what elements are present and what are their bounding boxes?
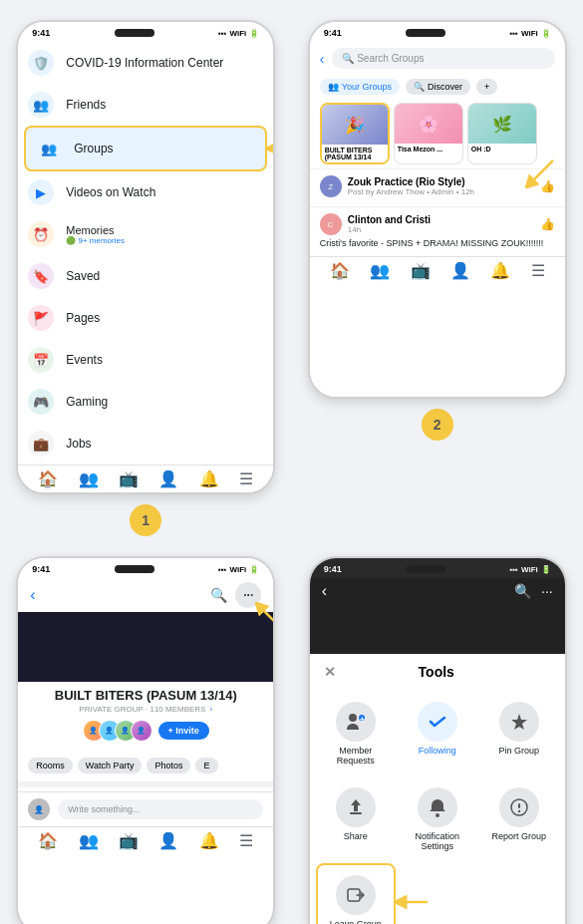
svg-point-7 [436, 813, 439, 817]
nav-video-icon[interactable]: 📺 [119, 469, 139, 488]
phone-3-more-button[interactable]: ··· [235, 582, 261, 608]
phone-1-status-bar: 9:41 ▪▪▪ WiFi 🔋 [18, 22, 273, 42]
nav3-bell-icon[interactable]: 🔔 [199, 831, 219, 850]
phone-1-number: 1 [130, 504, 161, 536]
tab-watch-party[interactable]: Watch Party [78, 758, 143, 773]
nav2-bell-icon[interactable]: 🔔 [490, 261, 510, 280]
phone-3-search-icon[interactable]: 🔍 [210, 587, 227, 603]
nav3-menu-icon[interactable]: ☰ [239, 831, 253, 850]
member-requests-icon: + [336, 702, 376, 742]
nav2-home-icon[interactable]: 🏠 [330, 261, 350, 280]
nav3-profile-icon[interactable]: 👤 [158, 831, 178, 850]
videos-icon: ▶ [28, 179, 54, 205]
filter-more[interactable]: + [476, 79, 497, 95]
phone-3-status-bar: 9:41 ▪▪▪WiFi🔋 [18, 558, 273, 578]
tool-following[interactable]: Following [398, 692, 477, 775]
filter-your-groups[interactable]: 👥 Your Groups [320, 79, 400, 95]
post-2-like[interactable]: 👍 [540, 217, 555, 231]
tab-photos[interactable]: Photos [146, 758, 190, 773]
menu-videos[interactable]: ▶ Videos on Watch [18, 171, 273, 213]
nav3-people-icon[interactable]: 👥 [79, 831, 99, 850]
tools-title: Tools [419, 664, 454, 680]
post-2-text: Cristi's favorite - SPINS + DRAMA! MISSI… [320, 238, 555, 250]
phone-3-top-bar: ‹ 🔍 ··· [18, 578, 273, 612]
menu-pages[interactable]: 🚩 Pages [18, 297, 273, 339]
menu-events-label: Events [66, 353, 103, 367]
phone-4-search-icon[interactable]: 🔍 [514, 583, 531, 599]
nav-profile-icon[interactable]: 👤 [158, 469, 178, 488]
phone-4-notch [406, 565, 445, 573]
phone-4: 9:41 ▪▪▪WiFi🔋 ‹ 🔍 ··· ✕ Too [308, 556, 567, 924]
menu-friends[interactable]: 👥 Friends [18, 84, 273, 126]
tool-report-group[interactable]: Report Group [479, 777, 559, 861]
tool-leave-group[interactable]: Leave Group [316, 863, 396, 924]
phone-2-notch [406, 29, 445, 37]
close-icon[interactable]: ✕ [324, 664, 336, 680]
report-group-label: Report Group [491, 831, 546, 841]
phone-3-divider [18, 781, 273, 787]
saved-icon: 🔖 [28, 263, 54, 289]
memories-icon: ⏰ [28, 221, 54, 247]
phone-4-more-icon[interactable]: ··· [541, 583, 553, 599]
jobs-icon: 💼 [28, 431, 54, 457]
menu-covid-label: COVID-19 Information Center [66, 56, 223, 70]
nav3-home-icon[interactable]: 🏠 [38, 831, 58, 850]
menu-memories[interactable]: ⏰ Memories 🟢 9+ memories [18, 213, 273, 255]
phone-2-nav: 🏠 👥 📺 👤 🔔 ☰ [310, 256, 565, 284]
post-1-meta: Post by Andrew Thow • Admin • 12h [348, 187, 474, 196]
nav3-video-icon[interactable]: 📺 [119, 831, 139, 850]
group-card-oh-label: OH :D [468, 144, 536, 154]
menu-events[interactable]: 📅 Events [18, 339, 273, 381]
nav-home-icon[interactable]: 🏠 [38, 469, 58, 488]
nav2-profile-icon[interactable]: 👤 [450, 261, 470, 280]
notification-settings-label: Notif­ication Settings [402, 831, 473, 851]
menu-covid[interactable]: 🛡️ COVID-19 Information Center [18, 42, 273, 84]
nav-bell-icon[interactable]: 🔔 [199, 469, 219, 488]
group-card-biters-img: 🎉 [322, 105, 388, 145]
menu-gaming[interactable]: 🎮 Gaming [18, 381, 273, 423]
covid-icon: 🛡️ [28, 50, 54, 76]
phone-4-cover [310, 604, 565, 654]
post-1-header: Z Zouk Practice (Rio Style) Post by Andr… [320, 175, 555, 197]
menu-saved[interactable]: 🔖 Saved [18, 255, 273, 297]
pin-group-label: Pin Group [498, 746, 539, 756]
group-card-biters[interactable]: 🎉 BUILT BITERS (PASUM 13/14 [320, 103, 390, 164]
invite-button[interactable]: + Invite [158, 722, 209, 740]
phone-4-dark-top: ‹ 🔍 ··· [310, 578, 565, 604]
phone-3-group-name: BUILT BITERS (PASUM 13/14) [28, 688, 263, 703]
phone-2-time: 9:41 [324, 28, 342, 38]
filter-discover[interactable]: 🔍 Discover [406, 79, 470, 95]
back-icon[interactable]: ‹ [320, 51, 325, 67]
avatar-4: 👤 [131, 720, 152, 742]
nav-people-icon[interactable]: 👥 [79, 469, 99, 488]
tab-rooms[interactable]: Rooms [28, 758, 73, 773]
phone-3-group-info: BUILT BITERS (PASUM 13/14) PRIVATE GROUP… [18, 682, 273, 754]
notification-settings-icon [418, 787, 457, 827]
tool-share[interactable]: Share [316, 777, 396, 861]
nav2-menu-icon[interactable]: ☰ [531, 261, 545, 280]
post-2-title: Clinton and Cristi [348, 214, 431, 225]
menu-jobs-label: Jobs [66, 437, 91, 451]
tool-notification-settings[interactable]: Notif­ication Settings [398, 777, 477, 861]
phone-4-back-icon[interactable]: ‹ [322, 582, 327, 600]
phone-3-time: 9:41 [32, 564, 50, 574]
search-groups-input[interactable]: 🔍 Search Groups [332, 48, 554, 69]
phone-3-learn-more[interactable]: › [209, 705, 212, 714]
phone-2-filter-tabs: 👥 Your Groups 🔍 Discover + [310, 75, 565, 99]
phone-2-status-icons: ▪▪▪WiFi🔋 [509, 29, 550, 38]
phone-2-search: ‹ 🔍 Search Groups [310, 42, 565, 75]
menu-groups[interactable]: 👥 Groups [24, 126, 267, 171]
gaming-icon: 🎮 [28, 389, 54, 415]
group-card-oh[interactable]: 🌿 OH :D [467, 103, 537, 164]
svg-line-2 [259, 606, 275, 628]
tool-pin-group[interactable]: Pin Group [479, 692, 559, 775]
phone-3-back-icon[interactable]: ‹ [30, 586, 35, 604]
tab-more[interactable]: E [195, 758, 217, 773]
group-card-tisa[interactable]: 🌸 Tisa Mezon ... [394, 103, 463, 164]
nav-menu-icon[interactable]: ☰ [239, 469, 253, 488]
tool-member-requests[interactable]: + Member Requests [316, 692, 396, 775]
nav2-video-icon[interactable]: 📺 [411, 261, 431, 280]
nav2-people-icon[interactable]: 👥 [370, 261, 390, 280]
write-something-input[interactable]: Write something... [58, 799, 263, 819]
menu-jobs[interactable]: 💼 Jobs [18, 423, 273, 464]
